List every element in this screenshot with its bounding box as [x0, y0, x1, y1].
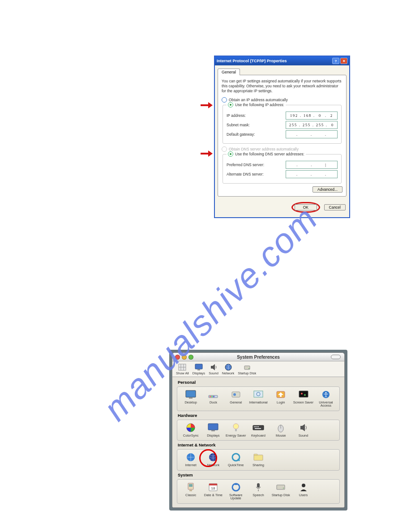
- speaker-icon: [297, 422, 310, 433]
- svg-rect-15: [213, 396, 214, 397]
- pref-universal-access[interactable]: Universal Access: [315, 389, 337, 408]
- radio-use-ip[interactable]: [228, 102, 233, 107]
- subnet-mask-input[interactable]: [286, 121, 338, 129]
- pref-startup-disk2[interactable]: Startup Disk: [270, 482, 291, 500]
- pref-international[interactable]: International: [248, 389, 269, 408]
- disk-icon: [274, 482, 287, 493]
- pref-users[interactable]: Users: [292, 482, 314, 500]
- default-gateway-input[interactable]: [286, 130, 338, 138]
- close-button[interactable]: ✕: [340, 58, 347, 64]
- speaker-icon: [209, 363, 218, 371]
- svg-point-31: [233, 424, 239, 429]
- pref-sound[interactable]: Sound: [292, 422, 314, 438]
- svg-marker-6: [211, 364, 215, 370]
- house-icon: [274, 389, 287, 400]
- pref-desktop[interactable]: Desktop: [180, 389, 201, 408]
- colorwheel-icon: [184, 422, 197, 433]
- svg-rect-22: [280, 395, 282, 397]
- pref-colorsync[interactable]: ColorSync: [180, 422, 201, 438]
- pref-dock[interactable]: Dock: [202, 389, 224, 408]
- svg-rect-14: [211, 396, 213, 397]
- svg-rect-32: [235, 429, 237, 431]
- quicktime-icon: [230, 452, 242, 463]
- toolbar-item-startup-disk[interactable]: Startup Disk: [238, 363, 256, 375]
- svg-rect-11: [189, 398, 193, 399]
- pref-classic[interactable]: Classic: [180, 482, 201, 500]
- pref-keyboard[interactable]: Keyboard: [248, 422, 269, 438]
- svg-rect-49: [189, 490, 192, 491]
- svg-point-59: [302, 484, 305, 487]
- default-gateway-label: Default gateway:: [227, 132, 255, 137]
- microphone-icon: [252, 482, 265, 493]
- svg-rect-10: [186, 390, 196, 397]
- svg-rect-55: [257, 483, 260, 488]
- desktop-icon: [184, 389, 197, 400]
- svg-rect-46: [254, 454, 257, 455]
- pref-quicktime[interactable]: QuickTime: [225, 452, 247, 467]
- pref-login[interactable]: Login: [270, 389, 291, 408]
- mouse-icon: [274, 422, 287, 433]
- svg-rect-48: [189, 484, 193, 487]
- alternate-dns-label: Alternate DNS server:: [227, 172, 264, 176]
- pref-speech[interactable]: Speech: [248, 482, 269, 500]
- svg-rect-4: [195, 364, 202, 369]
- toolbar-item-sound[interactable]: Sound: [209, 363, 218, 375]
- svg-point-58: [283, 488, 284, 489]
- svg-rect-23: [299, 391, 308, 397]
- preferred-dns-label: Preferred DNS server:: [227, 163, 264, 167]
- pref-software-update[interactable]: Software Update: [225, 482, 247, 500]
- callout-arrow-icon: [201, 102, 214, 108]
- cancel-button[interactable]: Cancel: [324, 204, 346, 210]
- callout-arrow-icon: [201, 150, 214, 157]
- pref-network[interactable]: Network: [202, 452, 224, 467]
- svg-rect-45: [254, 455, 263, 460]
- system-preferences-window: System Preferences Show All Displays Sou…: [169, 350, 347, 511]
- pref-screen-saver[interactable]: Screen Saver: [292, 389, 314, 408]
- toolbar-item-displays[interactable]: Displays: [193, 363, 205, 375]
- grid-icon: [178, 363, 187, 371]
- tab-general[interactable]: General: [218, 69, 240, 75]
- toolbar-item-network[interactable]: Network: [222, 363, 235, 375]
- svg-point-17: [233, 393, 236, 396]
- pref-general[interactable]: General: [225, 389, 247, 408]
- display-icon: [194, 363, 203, 371]
- ip-address-label: IP address:: [227, 113, 246, 118]
- svg-rect-36: [257, 426, 257, 427]
- advanced-button[interactable]: Advanced...: [313, 186, 342, 193]
- pref-displays2[interactable]: Displays: [202, 422, 224, 438]
- ok-highlight-ring: OK: [291, 202, 320, 213]
- dialog-titlebar: Internet Protocol (TCP/IP) Properties ? …: [215, 56, 349, 65]
- classic-icon: [184, 482, 197, 493]
- un-icon: [252, 389, 265, 400]
- ip-address-input[interactable]: [286, 112, 338, 120]
- dock-icon: [207, 389, 219, 400]
- svg-text:18: 18: [211, 486, 215, 490]
- screensaver-icon: [297, 389, 310, 400]
- svg-marker-41: [300, 424, 305, 431]
- pref-date-time[interactable]: 18Date & Time: [202, 482, 224, 500]
- calendar-icon: 18: [207, 482, 219, 493]
- preferred-dns-input[interactable]: [286, 161, 338, 169]
- svg-rect-51: [209, 484, 217, 485]
- disk-icon: [243, 363, 252, 371]
- globe-icon: [184, 452, 197, 463]
- toolbar-item-show-all[interactable]: Show All: [176, 363, 189, 375]
- dialog-description: You can get IP settings assigned automat…: [222, 79, 342, 94]
- pref-internet[interactable]: Internet: [180, 452, 201, 467]
- pref-energy-saver[interactable]: Energy Saver: [225, 422, 247, 438]
- folder-icon: [252, 452, 265, 463]
- pref-mouse[interactable]: Mouse: [270, 422, 291, 438]
- pref-sharing[interactable]: Sharing: [248, 452, 269, 467]
- ok-button[interactable]: OK: [295, 204, 317, 210]
- svg-rect-34: [254, 426, 255, 427]
- radio-use-dns[interactable]: [228, 151, 233, 157]
- help-button[interactable]: ?: [332, 58, 339, 64]
- mac-toolbar-toggle[interactable]: [331, 355, 341, 359]
- bulb-icon: [230, 422, 242, 433]
- alternate-dns-input[interactable]: [286, 170, 338, 178]
- svg-point-25: [304, 394, 306, 396]
- display-icon: [207, 422, 219, 433]
- network-globe-icon: [207, 452, 219, 463]
- radio-use-dns-label: Use the following DNS server addresses:: [235, 152, 304, 156]
- section-internet-header: Internet & Network: [177, 441, 340, 449]
